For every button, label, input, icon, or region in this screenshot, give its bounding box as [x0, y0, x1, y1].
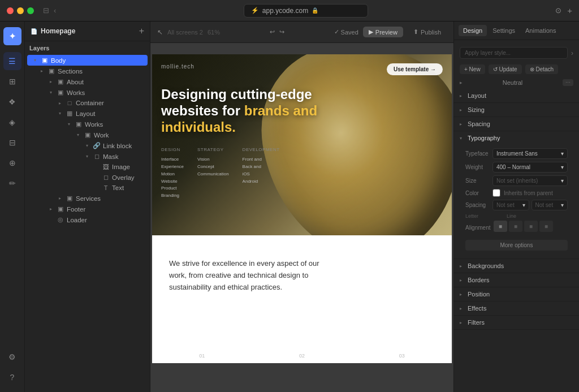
- section-layout: ▸ Layout: [454, 89, 579, 103]
- arrow-icon: ▸: [460, 80, 463, 85]
- cms-icon[interactable]: ⊟: [3, 133, 21, 152]
- section-backgrounds-header[interactable]: ▸ Backgrounds: [454, 259, 579, 273]
- preview-about-text: We strive for excellence in every aspect…: [169, 258, 327, 293]
- align-center-button[interactable]: ≡: [509, 221, 522, 232]
- settings-icon[interactable]: ⚙: [3, 348, 21, 366]
- layer-sections[interactable]: ▸ ▣ Sections: [27, 66, 148, 76]
- tab-design[interactable]: Design: [459, 25, 487, 36]
- apply-layer-style-input[interactable]: Apply layer style...: [460, 47, 568, 59]
- typeface-select[interactable]: Instrument Sans ▾: [492, 148, 568, 159]
- link-icon: 🔗: [93, 142, 101, 149]
- align-left-button[interactable]: ≡: [494, 221, 507, 232]
- use-template-button[interactable]: Use template →: [387, 63, 443, 75]
- detach-style-button[interactable]: ⊗ Detach: [525, 64, 558, 74]
- layer-link-block[interactable]: ▾ 🔗 Link block: [27, 140, 148, 151]
- alignment-label: Alignment: [465, 225, 490, 231]
- url-bar[interactable]: ⚡ app.ycode.com 🔒: [244, 4, 368, 18]
- body-icon: ▣: [41, 57, 49, 64]
- color-value: Inherits from parent: [504, 190, 553, 196]
- section-position: ▸ Position: [454, 287, 579, 301]
- canvas-content[interactable]: mollie.tech Designing cutting-edge websi…: [150, 43, 453, 392]
- typography-body: Typeface Instrument Sans ▾ Weight 400 – …: [454, 145, 579, 259]
- no-chevron: [93, 163, 100, 170]
- section-effects-header[interactable]: ▸ Effects: [454, 301, 579, 315]
- page-num-1: 01: [199, 353, 205, 359]
- minimize-button[interactable]: [17, 7, 24, 14]
- layer-loader[interactable]: ◎ Loader: [27, 214, 148, 225]
- section-filters: ▸ Filters: [454, 316, 579, 330]
- tab-settings[interactable]: Settings: [488, 25, 520, 36]
- chevron-right-icon: ▸: [460, 122, 465, 127]
- chevron-down-icon: ▾: [32, 57, 38, 64]
- sidebar-toggle-icon[interactable]: ⊟: [43, 6, 49, 15]
- layer-footer[interactable]: ▸ ▣ Footer: [27, 204, 148, 214]
- chevron-right-icon: ▸: [38, 68, 45, 75]
- line-height-input[interactable]: Not set ▾: [532, 200, 568, 210]
- publish-button[interactable]: ⬆ Publish: [408, 27, 447, 37]
- weight-select[interactable]: 400 – Normal ▾: [492, 162, 568, 173]
- layer-label: Container: [76, 100, 143, 106]
- titlebar-actions: ⊙ +: [555, 6, 572, 15]
- section-sizing-header[interactable]: ▸ Sizing: [454, 103, 579, 117]
- layer-body[interactable]: ▾ ▣ Body: [27, 55, 148, 66]
- redo-icon[interactable]: ↪: [279, 28, 284, 36]
- align-right-button[interactable]: ≡: [524, 221, 538, 232]
- canvas-area: ↖ All screens 2 61% ↩ ↪ ✓ Saved ▶ Previe…: [150, 21, 453, 392]
- layer-works[interactable]: ▾ ▣ Works: [27, 87, 148, 98]
- section-effects: ▸ Effects: [454, 301, 579, 316]
- back-icon[interactable]: ‹: [54, 6, 56, 15]
- section-position-header[interactable]: ▸ Position: [454, 287, 579, 301]
- layer-layout[interactable]: ▾ ▦ Layout: [27, 108, 148, 119]
- components-icon[interactable]: ❖: [3, 93, 21, 111]
- size-select[interactable]: Not set (inherits) ▾: [492, 175, 568, 186]
- section-layout-header[interactable]: ▸ Layout: [454, 89, 579, 102]
- chevron-down-icon: ▾: [561, 178, 564, 184]
- services-icon: ▣: [66, 195, 74, 202]
- assets-icon[interactable]: ◈: [3, 113, 21, 131]
- layer-work[interactable]: ▾ ▣ Work: [27, 130, 148, 140]
- layers-add-button[interactable]: +: [139, 26, 144, 36]
- layer-mask[interactable]: ▾ ◻ Mask: [27, 151, 148, 162]
- weight-label: Weight: [465, 164, 489, 170]
- canvas-frame: mollie.tech Designing cutting-edge websi…: [152, 54, 452, 381]
- layer-about[interactable]: ▸ ▣ About: [27, 76, 148, 87]
- help-icon[interactable]: ?: [3, 368, 21, 386]
- layer-image[interactable]: 🖼 Image: [27, 162, 148, 172]
- layer-overlay[interactable]: ◻ Overlay: [27, 172, 148, 183]
- close-button[interactable]: [7, 7, 14, 14]
- section-filters-header[interactable]: ▸ Filters: [454, 316, 579, 329]
- align-justify-button[interactable]: ≡: [539, 221, 553, 232]
- add-tab-icon[interactable]: +: [567, 6, 572, 15]
- update-style-button[interactable]: ↺ Update: [489, 64, 522, 74]
- fullscreen-button[interactable]: [27, 7, 34, 14]
- layer-container[interactable]: ▸ □ Container: [27, 98, 148, 108]
- layer-works-inner[interactable]: ▾ ▣ Works: [27, 119, 148, 130]
- section-spacing-header[interactable]: ▸ Spacing: [454, 117, 579, 131]
- color-swatch[interactable]: [492, 189, 500, 197]
- preview-button[interactable]: ▶ Preview: [363, 27, 403, 37]
- pages-icon[interactable]: ⊞: [3, 72, 21, 91]
- layer-text[interactable]: T Text: [27, 183, 148, 193]
- layer-label: Body: [51, 57, 143, 64]
- layer-services[interactable]: ▸ ▣ Services: [27, 193, 148, 204]
- section-borders-header[interactable]: ▸ Borders: [454, 273, 579, 287]
- cursor-tool-icon[interactable]: ↖: [157, 28, 163, 36]
- letter-spacing-input[interactable]: Not set ▾: [492, 200, 529, 210]
- chevron-down-icon: ▾: [84, 143, 90, 149]
- tab-animations[interactable]: Animations: [521, 25, 560, 36]
- screens-label[interactable]: All screens 2: [167, 29, 203, 36]
- chevron-down-icon: ▾: [561, 164, 564, 170]
- more-options-button[interactable]: More options: [465, 240, 568, 251]
- layer-label: Services: [76, 195, 143, 202]
- zoom-label[interactable]: 61%: [208, 29, 220, 36]
- chevron-down-icon: ▾: [561, 150, 564, 157]
- layers-title-label: Layers: [25, 41, 150, 53]
- section-typography-header[interactable]: ▾ Typography: [454, 131, 579, 145]
- chevron-down-icon: ▾: [66, 121, 72, 128]
- new-style-button[interactable]: + New: [460, 64, 485, 74]
- globe-icon[interactable]: ⊕: [3, 154, 21, 172]
- preview-hero-text: Designing cutting-edge websites for bran…: [161, 87, 331, 135]
- layers-icon[interactable]: ☰: [3, 52, 21, 70]
- pencil-icon[interactable]: ✏: [3, 174, 21, 192]
- undo-icon[interactable]: ↩: [270, 28, 275, 36]
